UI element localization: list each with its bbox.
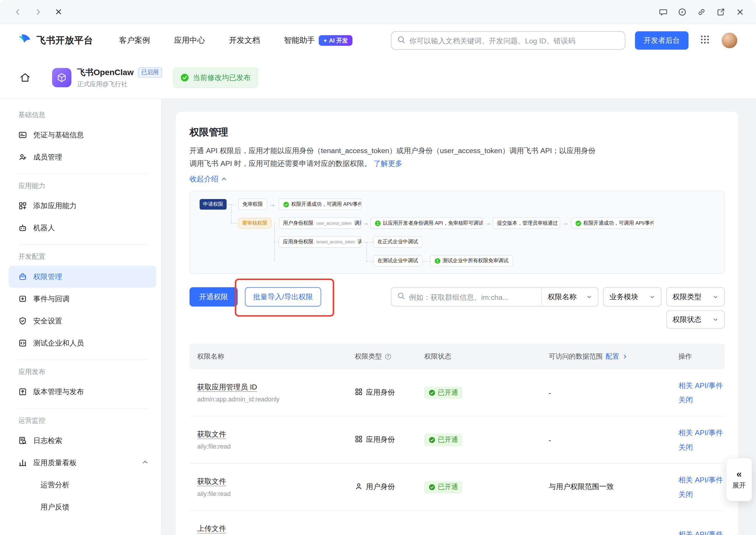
permission-name[interactable]: 获取文件	[197, 429, 226, 439]
permission-name[interactable]: 获取应用管理员 ID	[197, 381, 257, 392]
chevron-up-icon	[142, 459, 149, 466]
debug-circle-icon	[434, 258, 441, 264]
filters: 权限名称 业务模块 权限类型	[391, 287, 725, 306]
sidebar-item-log-search[interactable]: 日志检索	[9, 429, 157, 451]
perm-type-dropdown[interactable]: 权限类型	[666, 287, 725, 306]
sidebar-item-user-feedback[interactable]: 用户反馈	[9, 496, 157, 518]
sidebar-item-credentials[interactable]: 凭证与基础信息	[9, 124, 157, 146]
related-api-link[interactable]: 相关 API/事件	[678, 427, 720, 438]
permission-code: aily:file:read	[197, 442, 351, 451]
user-identity-icon	[355, 482, 363, 491]
search-input[interactable]	[409, 36, 619, 44]
home-icon[interactable]	[18, 71, 32, 84]
close-tab-icon[interactable]	[54, 8, 63, 16]
app-window: 飞书开放平台 客户案例 应用中心 开发文档 智能助手 AI 开发 开发者后台 飞…	[0, 0, 756, 535]
nav-ai-assistant[interactable]: 智能助手 AI 开发	[284, 35, 352, 46]
nav-customer-cases[interactable]: 客户案例	[119, 36, 150, 46]
row-actions: 相关 API/事件 关闭	[678, 380, 724, 405]
actions-row: 开通权限 批量导入/导出权限 权限名称	[189, 287, 725, 306]
batch-import-export-button[interactable]: 批量导入/导出权限	[245, 287, 321, 306]
collapse-intro-link[interactable]: 收起介绍	[189, 174, 227, 184]
app-identity-icon	[355, 388, 363, 397]
close-permission-link[interactable]: 关闭	[678, 441, 720, 452]
open-permission-button[interactable]: 开通权限	[189, 287, 238, 306]
permission-name[interactable]: 获取文件	[197, 476, 226, 486]
sidebar-item-members[interactable]: 成员管理	[9, 146, 157, 168]
permission-search-input[interactable]	[409, 293, 536, 301]
row-actions: 相关 API/事件	[678, 529, 724, 535]
apps-grid-icon[interactable]	[700, 35, 710, 46]
expand-panel-button[interactable]: 展开	[726, 458, 752, 501]
search-icon	[397, 292, 405, 301]
related-api-link[interactable]: 相关 API/事件	[678, 380, 720, 390]
row-actions: 相关 API/事件 关闭	[678, 474, 724, 499]
link-icon[interactable]	[697, 8, 706, 16]
sidebar-item-security[interactable]: 安全设置	[9, 310, 157, 332]
perm-name-dropdown[interactable]: 权限名称	[541, 288, 598, 306]
sidebar-section-basic: 基础信息	[0, 109, 161, 121]
app-bar: 飞书OpenClaw 已启用 正式应用@飞行社 当前修改均已发布	[0, 57, 756, 99]
learn-more-link[interactable]: 了解更多	[374, 159, 402, 167]
sidebar-item-add-capability[interactable]: 添加应用能力	[9, 195, 157, 217]
chevron-up-icon	[221, 176, 227, 182]
flow-apply-badge: 申请权限	[199, 199, 226, 210]
sidebar-item-version-release[interactable]: 版本管理与发布	[9, 381, 157, 403]
perm-status-dropdown[interactable]: 权限状态	[666, 310, 725, 329]
comment-icon[interactable]	[659, 8, 667, 16]
developer-console-button[interactable]: 开发者后台	[635, 31, 688, 50]
table-header: 权限名称 权限类型 权限状态 可访问的数据范围 配置 操作	[189, 344, 725, 369]
ai-dev-badge: AI 开发	[319, 35, 352, 46]
sidebar: 基础信息 凭证与基础信息 成员管理 应用能力 添加应用能力 机器人 开发配置	[0, 99, 161, 535]
sidebar-item-operation-analysis[interactable]: 运营分析	[9, 474, 157, 496]
flow-success-pill-b: 权限开通成功，可调用 API/事件	[571, 217, 654, 229]
chevron-right-icon	[622, 353, 628, 359]
check-circle-icon	[429, 484, 435, 490]
top-nav: 客户案例 应用中心 开发文档 智能助手 AI 开发	[119, 35, 352, 46]
avatar[interactable]	[721, 32, 738, 49]
global-search[interactable]	[391, 31, 625, 50]
sidebar-section-monitor: 运营监控	[0, 415, 161, 426]
compass-icon[interactable]	[678, 8, 687, 16]
chevron-down-icon	[586, 293, 592, 301]
flow-review-badge: 需审核权限	[238, 218, 271, 228]
related-api-link[interactable]: 相关 API/事件	[678, 529, 720, 535]
nav-dev-docs[interactable]: 开发文档	[229, 36, 260, 46]
member-icon	[18, 153, 27, 161]
table-row: 获取应用管理员 ID admin:app.admin_id:readonly 应…	[189, 369, 725, 416]
sidebar-item-quality-dashboard[interactable]: 应用质量看板	[9, 451, 157, 474]
sidebar-item-test-enterprise[interactable]: 测试企业和人员	[9, 332, 157, 354]
flow-user-permission-pill: 用户身份权限user_access_token调用	[279, 217, 362, 229]
close-window-icon[interactable]	[736, 8, 744, 16]
chevron-down-icon	[650, 293, 655, 301]
dashboard-icon	[18, 458, 27, 467]
sidebar-item-bot[interactable]: 机器人	[9, 217, 157, 239]
code-square-icon	[18, 339, 27, 348]
permission-search: 权限名称	[391, 287, 598, 306]
check-circle-icon	[429, 389, 435, 396]
nav-app-center[interactable]: 应用中心	[174, 36, 205, 46]
id-card-icon	[18, 131, 27, 139]
debug-circle-icon	[374, 220, 381, 226]
module-dropdown[interactable]: 业务模块	[603, 287, 661, 306]
flow-success-pill-a: 权限开通成功，可调用 API/事件	[279, 199, 362, 210]
flow-arrow-icon	[269, 201, 276, 207]
share-icon[interactable]	[716, 8, 725, 16]
forward-icon[interactable]	[34, 8, 43, 16]
sidebar-section-release: 应用发布	[0, 366, 161, 378]
app-subtitle: 正式应用@飞行社	[77, 80, 162, 89]
related-api-link[interactable]: 相关 API/事件	[678, 474, 720, 485]
status-badge: 已开通	[424, 481, 462, 493]
close-permission-link[interactable]: 关闭	[678, 489, 720, 499]
table-row: 获取文件 aily:file:read 应用身份 已开通	[189, 416, 725, 464]
permission-name[interactable]: 上传文件	[197, 523, 226, 534]
sidebar-item-permission[interactable]: 权限管理	[9, 266, 157, 288]
flow-arrow-icon	[485, 220, 492, 226]
sidebar-item-events[interactable]: 事件与回调	[9, 288, 157, 310]
close-permission-link[interactable]: 关闭	[678, 394, 720, 405]
brand[interactable]: 飞书开放平台	[17, 32, 93, 49]
back-icon[interactable]	[14, 8, 22, 16]
scope-config-link[interactable]: 配置	[605, 352, 619, 361]
log-search-icon	[18, 436, 27, 445]
question-circle-icon[interactable]	[385, 353, 392, 360]
publish-icon	[18, 387, 27, 396]
